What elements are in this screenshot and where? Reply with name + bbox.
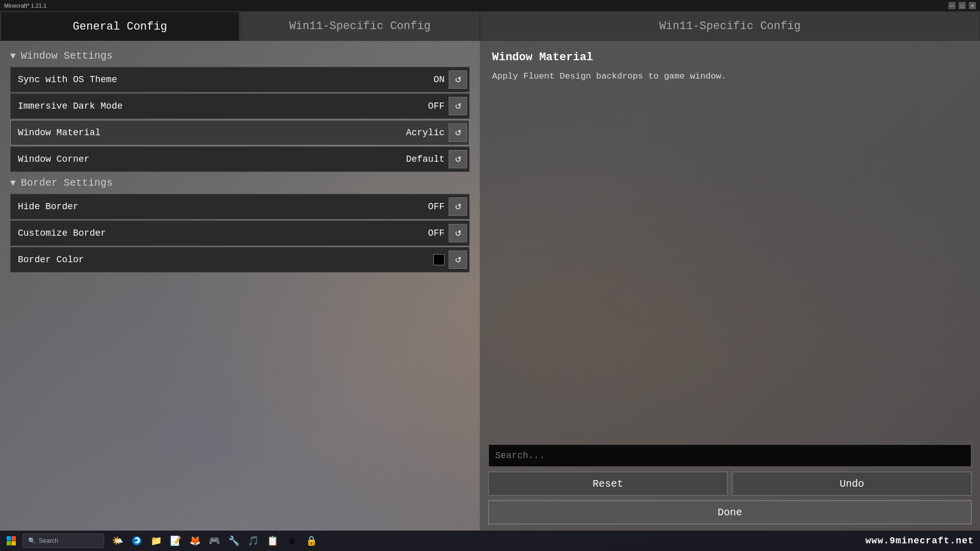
minimize-button[interactable]: ─ (948, 2, 955, 9)
info-desc: Apply Fluent Design backdrops to game wi… (492, 70, 968, 83)
spotify-icon[interactable]: 🎵 (244, 532, 262, 550)
border-color-label: Border Color (11, 255, 433, 265)
border-color-reset[interactable]: ↺ (449, 251, 467, 269)
app2-icon[interactable]: 🔧 (225, 532, 243, 550)
customize-border-reset[interactable]: ↺ (449, 224, 467, 242)
border-color-swatch[interactable] (433, 254, 445, 265)
customize-border-value: OFF (428, 228, 449, 238)
windows-logo-icon (6, 536, 16, 546)
close-button[interactable]: ✕ (969, 2, 976, 9)
window-title: Minecraft* 1.21.1 (4, 3, 46, 9)
filter-icon: ▼ (10, 51, 16, 61)
start-button[interactable] (0, 531, 22, 551)
svg-rect-3 (12, 541, 16, 546)
immersive-dark-mode-label: Immersive Dark Mode (11, 101, 428, 111)
window-material-reset[interactable]: ↺ (449, 123, 467, 142)
reset-button[interactable]: Reset (488, 471, 728, 496)
info-panel: Window Material Apply Fluent Design back… (480, 41, 980, 438)
immersive-dark-mode-value: OFF (428, 101, 449, 111)
main-container: General Config Win11-Specific Config ▼ W… (0, 11, 980, 531)
taskbar-icons: 🌤️ 📁 📝 🦊 🎮 🔧 🎵 📋 ⚙️ 🔒 (108, 532, 321, 550)
sync-os-theme-row[interactable]: Sync with OS Theme ON ↺ (10, 67, 470, 92)
immersive-dark-mode-reset[interactable]: ↺ (449, 97, 467, 115)
sync-os-theme-reset[interactable]: ↺ (449, 70, 467, 89)
tasks-icon[interactable]: 📋 (263, 532, 282, 550)
watermark: www.9minecraft.net (866, 536, 974, 546)
window-material-label: Window Material (11, 128, 406, 138)
hide-border-row[interactable]: Hide Border OFF ↺ (10, 194, 470, 219)
filter-icon-border: ▼ (10, 178, 16, 188)
hide-border-value: OFF (428, 202, 449, 212)
maximize-button[interactable]: □ (959, 2, 966, 9)
sync-os-theme-label: Sync with OS Theme (11, 74, 433, 85)
customize-border-label: Customize Border (11, 228, 428, 238)
taskbar-right: www.9minecraft.net (866, 536, 980, 546)
weather-icon[interactable]: 🌤️ (108, 532, 127, 550)
settings-area: ▼ Window Settings Sync with OS Theme ON … (0, 41, 480, 531)
search-icon: 🔍 (28, 537, 36, 545)
window-material-value: Acrylic (406, 128, 449, 138)
btn-row: Reset Undo (488, 471, 972, 496)
firefox-icon[interactable]: 🦊 (186, 532, 204, 550)
done-button[interactable]: Done (488, 500, 972, 524)
info-title: Window Material (492, 51, 968, 64)
window-controls: ─ □ ✕ (948, 2, 976, 9)
title-bar: Minecraft* 1.21.1 ─ □ ✕ (0, 0, 980, 11)
undo-button[interactable]: Undo (732, 471, 972, 496)
left-panel: General Config Win11-Specific Config ▼ W… (0, 11, 480, 531)
svg-rect-1 (12, 536, 16, 541)
taskbar-search[interactable]: 🔍 Search (22, 534, 104, 548)
app1-icon[interactable]: 🎮 (205, 532, 224, 550)
tab-general-config[interactable]: General Config (0, 11, 240, 41)
sync-os-theme-value: ON (433, 74, 449, 85)
svg-rect-0 (7, 536, 11, 541)
right-panel-controls: Reset Undo Done (480, 438, 980, 531)
hide-border-reset[interactable]: ↺ (449, 197, 467, 216)
customize-border-row[interactable]: Customize Border OFF ↺ (10, 220, 470, 246)
app4-icon[interactable]: 🔒 (302, 532, 321, 550)
search-input[interactable] (488, 444, 972, 467)
hide-border-label: Hide Border (11, 202, 428, 212)
window-material-row[interactable]: Window Material Acrylic ↺ (10, 120, 470, 145)
app3-icon[interactable]: ⚙️ (283, 532, 301, 550)
right-panel: Win11-Specific Config Window Material Ap… (480, 11, 980, 531)
immersive-dark-mode-row[interactable]: Immersive Dark Mode OFF ↺ (10, 93, 470, 119)
file-explorer-icon[interactable]: 📁 (147, 532, 165, 550)
svg-rect-2 (7, 541, 11, 546)
edge-icon[interactable] (128, 532, 146, 550)
window-settings-header: ▼ Window Settings (0, 46, 480, 66)
notepad-icon[interactable]: 📝 (166, 532, 185, 550)
edge-browser-icon (132, 536, 142, 546)
tab-bar: General Config Win11-Specific Config (0, 11, 480, 41)
window-corner-label: Window Corner (11, 154, 406, 164)
window-corner-row[interactable]: Window Corner Default ↺ (10, 146, 470, 172)
border-settings-header: ▼ Border Settings (0, 173, 480, 193)
right-tab-win11[interactable]: Win11-Specific Config (480, 11, 980, 41)
window-corner-reset[interactable]: ↺ (449, 150, 467, 168)
window-corner-value: Default (406, 154, 449, 164)
border-color-row[interactable]: Border Color ↺ (10, 247, 470, 272)
taskbar: 🔍 Search 🌤️ 📁 📝 🦊 🎮 🔧 🎵 📋 ⚙️ 🔒 www.9mine… (0, 531, 980, 551)
taskbar-search-text: Search (39, 537, 58, 544)
tab-win11-config[interactable]: Win11-Specific Config (240, 11, 480, 41)
